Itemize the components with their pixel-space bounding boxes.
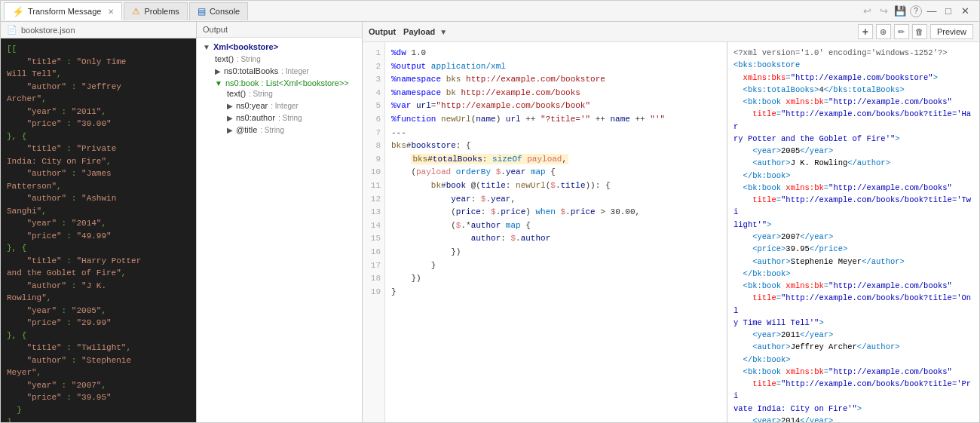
tab-console-label: Console <box>210 7 240 16</box>
year-label: ns0:year <box>236 101 268 110</box>
toolbar-icons: ↩ ↪ 💾 ? — □ ✕ <box>860 5 976 18</box>
left-panel: 📄 bookstore.json [[ "title" : "Only Time… <box>1 22 197 422</box>
book-label: ns0:book : List<Xml<bookstore>> <box>225 78 349 87</box>
left-panel-filename: bookstore.json <box>21 26 75 35</box>
json-file-icon: 📄 <box>7 25 17 35</box>
totalbooks-type: : Integer <box>281 67 309 75</box>
tab-console[interactable]: ▤ Console <box>189 2 248 20</box>
totalbooks-expand-icon: ▶ <box>215 67 221 75</box>
app-container: ⚡ Transform Message ✕ ⚠ Problems ▤ Conso… <box>0 0 980 423</box>
dropdown-arrow-icon[interactable]: ▼ <box>439 28 447 36</box>
tab-problems-label: Problems <box>144 7 179 16</box>
author-label: ns0:author <box>236 113 275 122</box>
back-icon[interactable]: ↩ <box>860 5 874 18</box>
add-icon[interactable]: + <box>858 24 873 39</box>
author-type: : String <box>278 114 302 122</box>
totalbooks-label: ns0:totalBooks <box>224 66 278 75</box>
console-icon: ▤ <box>198 6 206 17</box>
tab-transform[interactable]: ⚡ Transform Message ✕ <box>4 2 122 20</box>
tab-bar: ⚡ Transform Message ✕ ⚠ Problems ▤ Conso… <box>1 1 979 22</box>
root-expand-icon: ▼ <box>203 43 210 51</box>
preview-button[interactable]: Preview <box>930 24 973 39</box>
tree-item-book[interactable]: ▼ ns0:book : List<Xml<bookstore>> <box>197 77 362 87</box>
book-text-type: : String <box>249 90 273 98</box>
edit-icon[interactable]: ✏ <box>894 24 909 39</box>
close-icon[interactable]: ✕ <box>958 5 972 18</box>
tree-item-year[interactable]: ▶ ns0:year : Integer <box>197 100 362 112</box>
author-expand-icon: ▶ <box>227 114 233 122</box>
editor-content: 12345 678910 1112131415 16171819 %dw 1.0… <box>363 42 979 422</box>
editor-toolbar: Output Payload ▼ + ⊕ ✏ 🗑 Preview <box>363 22 979 42</box>
help-icon[interactable]: ? <box>910 5 922 17</box>
tab-transform-label: Transform Message <box>28 7 101 16</box>
minimize-icon[interactable]: — <box>925 5 939 18</box>
output-label: Output <box>203 25 228 34</box>
tree-item-author[interactable]: ▶ ns0:author : String <box>197 112 362 124</box>
editor-panel: Output Payload ▼ + ⊕ ✏ 🗑 Preview 12345 6… <box>363 22 979 422</box>
maximize-icon[interactable]: □ <box>942 5 955 18</box>
code-editor[interactable]: %dw 1.0 %output application/xml %namespa… <box>385 42 727 422</box>
main-area: 📄 bookstore.json [[ "title" : "Only Time… <box>1 22 979 422</box>
year-type: : Integer <box>271 102 299 110</box>
forward-icon[interactable]: ↪ <box>877 5 890 18</box>
line-numbers: 12345 678910 1112131415 16171819 <box>363 42 385 422</box>
text-node-type: : String <box>237 55 261 63</box>
tree-view: ▼ Xml<bookstore> text() : String ▶ ns0:t… <box>197 38 362 422</box>
title-attr-type: : String <box>260 126 284 134</box>
middle-panel-header: Output <box>197 22 362 38</box>
tree-item-book-text: text() : String <box>197 87 362 100</box>
title-attr-icon: ▶ <box>227 126 233 134</box>
middle-panel: Output ▼ Xml<bookstore> text() : String … <box>197 22 363 422</box>
problems-icon: ⚠ <box>132 6 140 17</box>
left-panel-content: [[ "title" : "Only Time Will Tell", "aut… <box>1 38 196 422</box>
tree-item-text: text() : String <box>197 53 362 65</box>
add-line-icon[interactable]: ⊕ <box>876 24 891 39</box>
delete-icon[interactable]: 🗑 <box>912 24 927 39</box>
tree-root-label: Xml<bookstore> <box>213 42 278 51</box>
transform-icon: ⚡ <box>12 6 24 17</box>
xml-output-panel: <?xml version='1.0' encoding='windows-12… <box>727 42 979 422</box>
save-icon[interactable]: 💾 <box>893 5 907 18</box>
output-tab[interactable]: Output <box>369 27 396 36</box>
payload-tab[interactable]: Payload <box>403 27 435 36</box>
tree-item-totalbooks[interactable]: ▶ ns0:totalBooks : Integer <box>197 65 362 77</box>
year-expand-icon: ▶ <box>227 102 233 110</box>
tab-problems[interactable]: ⚠ Problems <box>124 2 187 20</box>
tab-transform-close[interactable]: ✕ <box>108 8 114 16</box>
tree-item-title-attr[interactable]: ▶ @title : String <box>197 124 362 136</box>
tree-root[interactable]: ▼ Xml<bookstore> <box>197 41 362 53</box>
title-attr-label: @title <box>236 125 257 134</box>
book-text-label: text() <box>227 89 246 98</box>
text-node-label: text() <box>215 54 234 63</box>
editor-toolbar-icons: + ⊕ ✏ 🗑 Preview <box>858 24 973 39</box>
left-panel-header: 📄 bookstore.json <box>1 22 196 38</box>
book-expand-icon: ▼ <box>215 79 222 87</box>
